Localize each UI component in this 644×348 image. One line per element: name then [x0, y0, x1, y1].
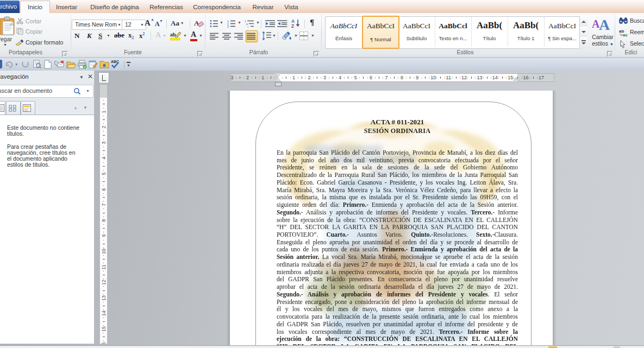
- svg-text:ac: ac: [623, 33, 628, 37]
- svg-text:Z: Z: [291, 23, 294, 28]
- svg-text:i: i: [248, 25, 248, 28]
- svg-text:3: 3: [227, 25, 229, 28]
